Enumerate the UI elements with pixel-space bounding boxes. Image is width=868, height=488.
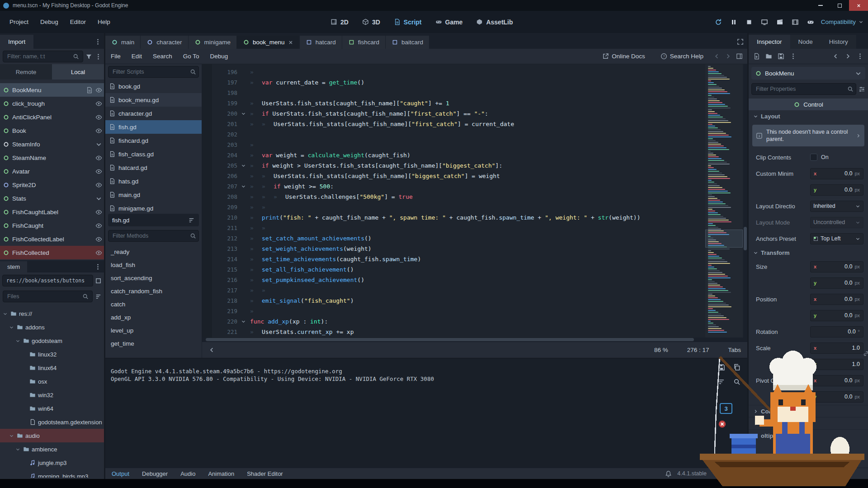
scene-node-click_trough[interactable]: click_trough (0, 97, 104, 110)
filter-methods-input[interactable] (108, 230, 199, 242)
filter-properties-input[interactable] (751, 83, 856, 95)
scene-node-Stats[interactable]: Stats (0, 192, 104, 205)
stop-button[interactable] (743, 16, 755, 28)
code-line[interactable]: 216 »set_pumpkinseed_achievement() (202, 275, 703, 285)
chevron-down-icon[interactable] (9, 325, 14, 330)
file-item-win32[interactable]: win32 (0, 388, 104, 402)
scene-node-AntiClickPanel[interactable]: AntiClickPanel (0, 110, 104, 124)
scene-node-FishCollectedLabel[interactable]: FishCollectedLabel (0, 232, 104, 246)
method-item-get_time[interactable]: get_time (105, 337, 202, 350)
new-resource-icon[interactable] (753, 53, 760, 60)
scene-tab-character[interactable]: character (141, 36, 188, 49)
filter-scripts-input[interactable] (108, 66, 199, 78)
bottom-tab-audio[interactable]: Audio (174, 470, 202, 477)
script-item-minigame.gd[interactable]: minigame.gd (105, 202, 202, 212)
script-item-book.gd[interactable]: book.gd (105, 80, 202, 93)
visibility-eye-icon[interactable] (95, 222, 102, 229)
menu-editor[interactable]: Editor (64, 16, 92, 28)
script-menu-file[interactable]: File (105, 53, 126, 60)
script-menu-edit[interactable]: Edit (126, 53, 147, 60)
code-minimap[interactable] (705, 64, 743, 338)
dropdown-layout-mode[interactable]: Uncontrolled (810, 217, 863, 228)
scene-node-Avatar[interactable]: Avatar (0, 164, 104, 178)
code-view[interactable]: 196 » 197 »var current_date = get_time()… (202, 64, 747, 338)
visibility-eye-icon[interactable] (95, 236, 102, 243)
inspector-forward-icon[interactable] (844, 53, 851, 60)
scene-node-FishCaught[interactable]: FishCaught (0, 219, 104, 232)
file-item-addons[interactable]: addons (0, 320, 104, 334)
tab-history[interactable]: History (821, 35, 856, 49)
code-line[interactable]: 207 »»if weight >= 500: (202, 181, 703, 192)
zoom-level[interactable]: 86 % (654, 347, 668, 353)
method-item-catch_random_fish[interactable]: catch_random_fish (105, 285, 202, 298)
workspace-3d[interactable]: 3D (355, 11, 387, 33)
scene-node-BookMenu[interactable]: BookMenu (0, 83, 104, 97)
visibility-eye-icon[interactable] (95, 168, 102, 175)
code-line[interactable]: 212 »set_catch_amount_achievements() (202, 233, 703, 244)
scene-node-FishCollected[interactable]: FishCollected (0, 246, 104, 259)
method-item-level_up[interactable]: level_up (105, 324, 202, 337)
code-line[interactable]: 205 »if weight > UserStats.fish_stats[ca… (202, 160, 703, 171)
inspector-back-icon[interactable] (832, 53, 839, 60)
save-resource-icon[interactable] (778, 53, 784, 60)
script-item-fishcard.gd[interactable]: fishcard.gd (105, 134, 202, 147)
fold-toggle-icon[interactable] (241, 111, 246, 116)
value-field-y[interactable]: y0.0px (810, 184, 863, 196)
scene-node-SteamInfo[interactable]: SteamInfo (0, 137, 104, 151)
script-item-character.gd[interactable]: character.gd (105, 107, 202, 120)
script-item-hats.gd[interactable]: hats.gd (105, 174, 202, 188)
file-item-morning_birds.mp3[interactable]: morning_birds.mp3 (0, 469, 104, 478)
file-item-res[interactable]: res:// (0, 307, 104, 320)
file-sort-icon[interactable] (95, 293, 102, 300)
dock-menu-icon[interactable] (94, 263, 101, 270)
method-item-add_xp[interactable]: add_xp (105, 311, 202, 324)
workspace-game[interactable]: Game (429, 11, 470, 33)
code-line[interactable]: 209 »» (202, 202, 703, 212)
scene-node-Book[interactable]: Book (0, 124, 104, 137)
file-item-linux64[interactable]: linux64 (0, 361, 104, 375)
menu-debug[interactable]: Debug (34, 16, 64, 28)
chevron-down-icon[interactable] (15, 338, 20, 343)
current-path[interactable]: res://book/assets/buttons (2, 275, 93, 286)
chevron-down-icon[interactable] (15, 447, 20, 452)
dropdown-anchors-preset[interactable]: Top Left (810, 233, 863, 244)
remote-window-button[interactable] (758, 16, 771, 28)
tab-local[interactable]: Local (52, 64, 104, 80)
code-line[interactable]: 200 »if UserStats.fish_stats[caught_fish… (202, 108, 703, 119)
bottom-tab-animation[interactable]: Animation (202, 470, 241, 477)
scene-tab-book_menu[interactable]: book_menu (237, 36, 299, 49)
chevron-down-icon[interactable] (3, 311, 8, 316)
horizontal-scrollbar[interactable] (202, 338, 747, 342)
code-line[interactable]: 213 »set_weight_achievements(weight) (202, 244, 703, 254)
value-field[interactable]: 0.0° (810, 326, 863, 338)
file-item-ambience[interactable]: ambience (0, 442, 104, 456)
file-item-win64[interactable]: win64 (0, 402, 104, 415)
class-section-control[interactable]: Control (749, 99, 868, 110)
scene-tab-minigame[interactable]: minigame (189, 36, 237, 49)
visibility-eye-icon[interactable] (95, 182, 102, 188)
edited-node-selector[interactable]: BookMenu (751, 67, 865, 80)
code-line[interactable]: 210 »print("fish: " + caught_fish_name +… (202, 212, 703, 223)
pause-button[interactable] (727, 16, 740, 28)
chevron-down-icon[interactable] (9, 433, 14, 438)
fold-toggle-icon[interactable] (241, 163, 246, 168)
code-line[interactable]: 217 »» (202, 285, 703, 296)
code-line[interactable]: 204 »var weight = calculate_weight(caugh… (202, 150, 703, 160)
vertical-scrollbar[interactable] (743, 64, 747, 338)
tree-options-icon[interactable] (95, 53, 102, 60)
group-transform[interactable]: Transform (749, 247, 868, 258)
menu-help[interactable]: Help (92, 16, 116, 28)
online-docs-button[interactable]: Online Docs (597, 53, 651, 60)
load-resource-icon[interactable] (765, 53, 772, 60)
bottom-tab-output[interactable]: Output (105, 470, 136, 477)
scene-tab-baitcard[interactable]: baitcard (386, 36, 429, 49)
layout-warning[interactable]: This node doesn't have a control parent. (752, 125, 864, 146)
attached-script-icon[interactable] (86, 87, 93, 94)
workspace-2d[interactable]: 2D (324, 11, 355, 33)
value-field-x[interactable]: x0.0px (810, 168, 863, 179)
visibility-eye-icon[interactable] (95, 127, 102, 134)
scene-node-FishCaughtLabel[interactable]: FishCaughtLabel (0, 205, 104, 219)
code-line[interactable]: 211 »» (202, 223, 703, 233)
menu-project[interactable]: Project (4, 16, 34, 28)
code-line[interactable]: 219 » (202, 306, 703, 316)
